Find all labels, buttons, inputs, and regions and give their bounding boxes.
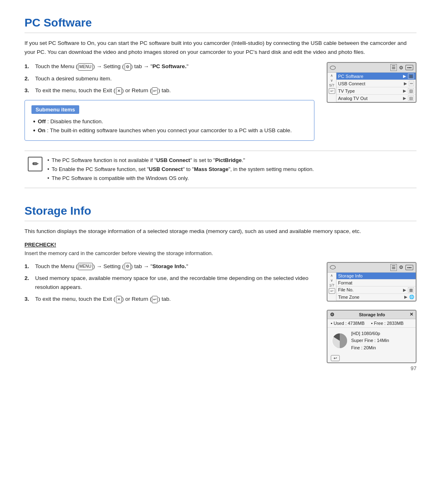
- storage-resolution: [HD] 1080/60p: [351, 330, 389, 337]
- submenu-title: Submenu items: [31, 105, 79, 114]
- note-item-2: To Enable the PC Software function, set …: [47, 165, 314, 174]
- cam-page-label-pc: 5/7: [327, 83, 336, 87]
- pc-software-section: PC Software If you set PC Software to On…: [24, 16, 416, 188]
- storage-step-3: 3. To exit the menu, touch the Exit (✕) …: [24, 295, 314, 304]
- storage-step-1: 1. Touch the Menu (MENU) → Setting (⚙) t…: [24, 262, 314, 271]
- storage-step-num-3: 3.: [24, 295, 32, 304]
- storage-step-num-1: 1.: [24, 262, 32, 271]
- cam-row-tv-type: TV Type ▶ ▧: [336, 87, 416, 95]
- step-3-text: To exit the menu, touch the Exit (✕) or …: [35, 86, 171, 95]
- storage-step-3-text: To exit the menu, touch the Exit (✕) or …: [35, 295, 171, 304]
- step-1-text: Touch the Menu (MENU) → Setting (⚙) tab …: [35, 62, 188, 71]
- cam-row-storage-info: Storage Info: [336, 273, 416, 280]
- cam-row-usb-connect: USB Connect ▶ ═: [336, 80, 416, 87]
- cam-nav-up: ∧: [330, 73, 333, 78]
- step-num-2: 2.: [24, 74, 32, 83]
- cam-arrow-usb: ▶: [404, 81, 407, 86]
- storage-cam-menu-screen: ☰ ⚙ ▪▪▪ ∧ ∨ 1/7 ↩: [327, 262, 416, 302]
- exit-icon: ✕: [116, 87, 122, 95]
- cam-back-btn-pc: ↩: [329, 88, 335, 94]
- cam-label-time-zone: Time Zone: [338, 295, 403, 300]
- precheck-desc: Insert the memory card in the camcorder …: [24, 250, 416, 256]
- cam-arrow-file-no: ▶: [403, 288, 406, 292]
- cam-row-file-no: File No. ▶ ▦: [336, 286, 416, 294]
- cam-label-file-no: File No.: [338, 287, 401, 292]
- cam-nav-col-pc: ∧ ∨ 5/7 ↩: [327, 73, 336, 102]
- cam-top-bar-pc: ☰ ⚙ ▪▪▪: [327, 63, 416, 73]
- pc-software-step-2: 2. Touch a desired submenu item.: [24, 74, 314, 83]
- storage-back-button[interactable]: ↩: [331, 355, 340, 361]
- storage-steps-row: 1. Touch the Menu (MENU) → Setting (⚙) t…: [24, 262, 416, 364]
- submenu-item-on: On : The built-in editing software launc…: [33, 126, 307, 135]
- storage-popup-body: [HD] 1080/60p Super Fine : 14Min Fine : …: [327, 328, 416, 354]
- cam-nav-col-storage: ∧ ∨ 1/7 ↩: [327, 273, 336, 301]
- storage-step-2-text: Used memory space, available memory spac…: [35, 274, 314, 291]
- step-2-text: Touch a desired submenu item.: [35, 74, 112, 83]
- pc-software-step-3: 3. To exit the menu, touch the Exit (✕) …: [24, 86, 314, 95]
- cam-icon-tv: ▧: [408, 88, 414, 93]
- cam-nav-up-storage: ∧: [330, 273, 333, 278]
- storage-pie-chart: [332, 333, 348, 349]
- cam-icon-file-no: ▦: [408, 287, 414, 293]
- storage-back-row: ↩: [327, 354, 416, 362]
- cam-row-format: Format: [336, 280, 416, 286]
- storage-popup-title-bar: ⚙ Storage Info ✕: [327, 311, 416, 319]
- storage-super-fine: Super Fine : 14Min: [351, 337, 389, 344]
- pc-software-steps-col: 1. Touch the Menu (MENU) → Setting (⚙) t…: [24, 62, 314, 147]
- exit-icon-storage: ✕: [116, 296, 122, 303]
- storage-step-2: 2. Used memory space, available memory s…: [24, 274, 314, 291]
- cam-top-icons-pc: ☰ ⚙ ▪▪▪: [390, 64, 413, 71]
- cam-nav-down-storage: ∨: [330, 278, 333, 282]
- storage-popup-title-label: Storage Info: [359, 312, 385, 317]
- pc-software-title: PC Software: [24, 16, 416, 33]
- note-item-1: The PC Software function is not availabl…: [47, 156, 314, 165]
- cam-body-row-storage: ∧ ∨ 1/7 ↩ Storage Info Format: [327, 273, 416, 301]
- cam-row-analog-tv: Analog TV Out ▶ ▤: [336, 95, 416, 102]
- cam-rows-pc: PC Software ▶ ▦ USB Connect ▶ ═ TV Type …: [336, 73, 416, 102]
- storage-info-description: This function displays the storage infor…: [24, 227, 416, 236]
- menu-icon: MENU: [78, 63, 92, 71]
- cam-icon-pc-software: ▦: [408, 73, 414, 79]
- pc-software-steps-row: 1. Touch the Menu (MENU) → Setting (⚙) t…: [24, 62, 416, 147]
- cam-icon-time-zone: 🌐: [409, 295, 414, 299]
- storage-step-1-text: Touch the Menu (MENU) → Setting (⚙) tab …: [35, 262, 188, 271]
- cam-label-storage-info: Storage Info: [338, 273, 414, 278]
- pc-software-cam-screen: ☰ ⚙ ▪▪▪ ∧ ∨ 5/7 ↩ PC Software: [327, 62, 416, 103]
- cam-label-analog-tv: Analog TV Out: [338, 96, 401, 101]
- cam-icon-analog: ▤: [408, 95, 414, 101]
- note-item-3: The PC Software is compatible with the W…: [47, 174, 314, 183]
- storage-free-label: • Free : 2833MB: [371, 321, 404, 326]
- storage-fine: Fine : 20Min: [351, 344, 389, 352]
- cam-body-row-pc: ∧ ∨ 5/7 ↩ PC Software ▶ ▦ USB Connect: [327, 73, 416, 102]
- storage-cam-screens: ☰ ⚙ ▪▪▪ ∧ ∨ 1/7 ↩: [327, 262, 416, 364]
- step-num-1: 1.: [24, 62, 32, 71]
- cam-top-bar-storage: ☰ ⚙ ▪▪▪: [327, 263, 416, 273]
- cam-battery-icon-storage: ▪▪▪: [405, 265, 413, 270]
- cam-page-label-storage: 1/7: [327, 283, 336, 287]
- cam-nav-down: ∨: [330, 78, 333, 82]
- cam-gear-icon: ⚙: [399, 65, 403, 71]
- storage-popup: ⚙ Storage Info ✕ • Used : 4738MB • Free …: [327, 310, 416, 364]
- storage-used-free-row: • Used : 4738MB • Free : 2833MB: [327, 319, 416, 328]
- storage-step-num-2: 2.: [24, 274, 32, 291]
- cam-icon-usb: ═: [409, 81, 414, 86]
- cam-grid-icon-storage: ☰: [390, 264, 397, 271]
- storage-steps-col: 1. Touch the Menu (MENU) → Setting (⚙) t…: [24, 262, 314, 307]
- cam-rows-storage: Storage Info Format File No. ▶ ▦: [336, 273, 416, 301]
- pc-software-notes: ✏ The PC Software function is not availa…: [24, 151, 416, 188]
- cam-label-pc-software: PC Software: [338, 74, 401, 79]
- storage-info-title: Storage Info: [24, 204, 416, 221]
- submenu-item-off: Off : Disables the function.: [33, 117, 307, 126]
- pc-software-step-1: 1. Touch the Menu (MENU) → Setting (⚙) t…: [24, 62, 314, 71]
- cam-label-tv-type: TV Type: [338, 89, 401, 93]
- cam-lens-icon: [330, 66, 336, 70]
- cam-battery-icon: ▪▪▪: [405, 65, 413, 70]
- cam-gear-icon-storage: ⚙: [399, 264, 403, 270]
- cam-row-pc-software: PC Software ▶ ▦: [336, 73, 416, 80]
- cam-arrow-analog: ▶: [403, 96, 406, 100]
- storage-popup-close[interactable]: ✕: [410, 312, 413, 317]
- cam-top-icons-storage: ☰ ⚙ ▪▪▪: [390, 264, 413, 271]
- cam-row-time-zone: Time Zone ▶ 🌐: [336, 294, 416, 301]
- pc-software-description: If you set PC Software to On, you can st…: [24, 39, 416, 56]
- cam-label-usb-connect: USB Connect: [338, 81, 402, 86]
